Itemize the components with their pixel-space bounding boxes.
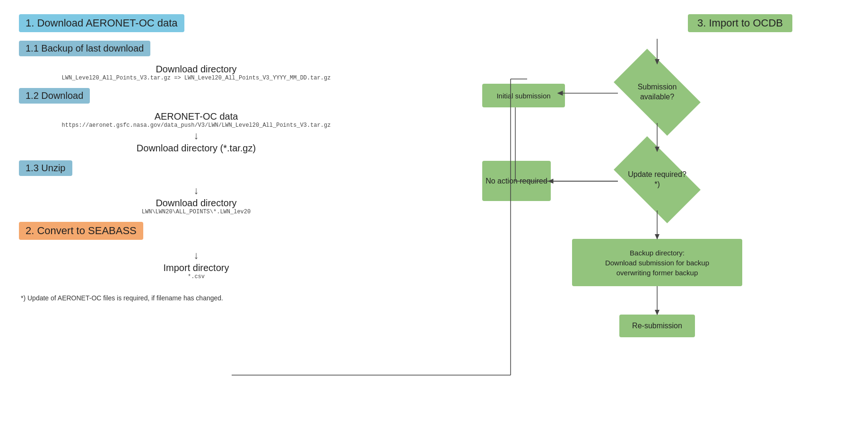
backup-box-title: Download directory xyxy=(19,64,373,75)
import-dir-box: Import directory *.csv xyxy=(19,263,373,280)
section2-header: 2. Convert to SEABASS xyxy=(19,222,143,240)
backup-box: Download directory LWN_Level20_All_Point… xyxy=(19,64,373,81)
arrow1: ↓ xyxy=(19,131,373,141)
right-section: 3. Import to OCDB xyxy=(373,14,849,438)
arrow2: ↓ xyxy=(19,185,373,196)
dl-dir-box: Download directory (*.tar.gz) xyxy=(19,143,373,154)
download-box-title: AERONET-OC data xyxy=(19,111,373,122)
left-section: 1. Download AERONET-OC data 1.1 Backup o… xyxy=(19,14,373,438)
step11-label: 1.1 Backup of last download xyxy=(19,41,150,56)
import-dir-title: Import directory xyxy=(19,263,373,273)
backup-box-subtitle: LWN_Level20_All_Points_V3.tar.gz => LWN_… xyxy=(19,75,373,81)
step13-group: 1.3 Unzip ↓ Download directory LWN\LWN20… xyxy=(19,160,373,215)
unzip-dir-box: Download directory LWN\LWN20\ALL_POINTS\… xyxy=(19,198,373,215)
unzip-dir-subtitle: LWN\LWN20\ALL_POINTS\*.LWN_lev20 xyxy=(19,209,373,215)
step12-label: 1.2 Download xyxy=(19,88,90,104)
main-container: 1. Download AERONET-OC data 1.1 Backup o… xyxy=(0,0,868,447)
unzip-dir-title: Download directory xyxy=(19,198,373,209)
step12-group: 1.2 Download AERONET-OC data https://aer… xyxy=(19,88,373,154)
step11-group: 1.1 Backup of last download Download dir… xyxy=(19,41,373,81)
flowchart-svg xyxy=(373,14,849,440)
step2-group: 2. Convert to SEABASS ↓ Import directory… xyxy=(19,222,373,280)
step13-label: 1.3 Unzip xyxy=(19,160,72,176)
arrow3: ↓ xyxy=(19,250,373,261)
dl-dir-title: Download directory (*.tar.gz) xyxy=(19,143,373,154)
footnote: *) Update of AERONET-OC files is require… xyxy=(19,294,373,302)
download-box-subtitle: https://aeronet.gsfc.nasa.gov/data_push/… xyxy=(19,122,373,129)
section1-header: 1. Download AERONET-OC data xyxy=(19,14,184,32)
import-dir-subtitle: *.csv xyxy=(19,273,373,280)
aeronet-box: AERONET-OC data https://aeronet.gsfc.nas… xyxy=(19,111,373,129)
